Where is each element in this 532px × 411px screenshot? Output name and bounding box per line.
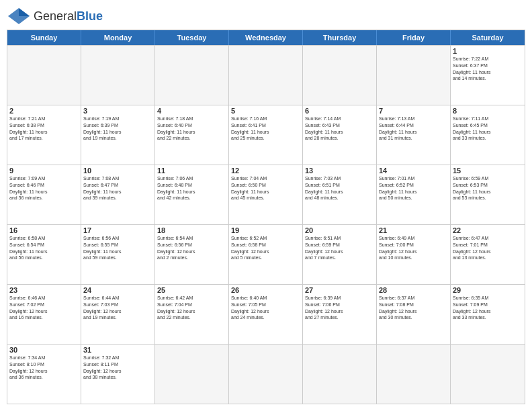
day-number: 26 <box>231 286 300 294</box>
day-number: 18 <box>157 226 226 234</box>
day-cell: 2Sunrise: 7:21 AM Sunset: 6:38 PM Daylig… <box>7 105 81 165</box>
day-cell: 23Sunrise: 6:46 AM Sunset: 7:02 PM Dayli… <box>7 285 81 344</box>
day-cell: 10Sunrise: 7:08 AM Sunset: 6:47 PM Dayli… <box>81 165 155 224</box>
day-cell: 16Sunrise: 6:58 AM Sunset: 6:54 PM Dayli… <box>7 225 81 284</box>
day-info: Sunrise: 7:11 AM Sunset: 6:45 PM Dayligh… <box>453 116 523 142</box>
day-number: 11 <box>157 167 226 175</box>
day-cell: 9Sunrise: 7:09 AM Sunset: 6:46 PM Daylig… <box>7 165 81 224</box>
day-cell: 7Sunrise: 7:13 AM Sunset: 6:44 PM Daylig… <box>377 105 451 165</box>
day-info: Sunrise: 7:14 AM Sunset: 6:43 PM Dayligh… <box>305 116 374 142</box>
day-number: 24 <box>83 286 152 294</box>
day-info: Sunrise: 7:19 AM Sunset: 6:39 PM Dayligh… <box>83 116 152 142</box>
day-header-wednesday: Wednesday <box>229 30 303 45</box>
day-cell <box>7 46 81 105</box>
day-number: 6 <box>305 107 374 115</box>
day-info: Sunrise: 6:49 AM Sunset: 7:00 PM Dayligh… <box>379 235 448 261</box>
day-info: Sunrise: 7:21 AM Sunset: 6:38 PM Dayligh… <box>9 116 79 142</box>
day-info: Sunrise: 7:06 AM Sunset: 6:48 PM Dayligh… <box>157 175 226 201</box>
day-cell: 28Sunrise: 6:37 AM Sunset: 7:08 PM Dayli… <box>377 285 451 344</box>
logo-text: GeneralBlue <box>34 9 103 24</box>
day-number: 17 <box>83 226 152 234</box>
day-header-monday: Monday <box>81 30 155 45</box>
day-cell <box>229 46 303 105</box>
day-info: Sunrise: 7:08 AM Sunset: 6:47 PM Dayligh… <box>83 175 152 201</box>
day-info: Sunrise: 6:46 AM Sunset: 7:02 PM Dayligh… <box>9 295 79 321</box>
day-cell: 22Sunrise: 6:47 AM Sunset: 7:01 PM Dayli… <box>451 225 525 284</box>
day-cell: 20Sunrise: 6:51 AM Sunset: 6:59 PM Dayli… <box>303 225 377 284</box>
day-cell: 5Sunrise: 7:16 AM Sunset: 6:41 PM Daylig… <box>229 105 303 165</box>
day-number: 22 <box>453 226 523 234</box>
logo-icon <box>7 7 31 26</box>
calendar: SundayMondayTuesdayWednesdayThursdayFrid… <box>7 30 525 404</box>
day-cell: 11Sunrise: 7:06 AM Sunset: 6:48 PM Dayli… <box>155 165 229 224</box>
day-info: Sunrise: 7:32 AM Sunset: 8:11 PM Dayligh… <box>83 355 152 381</box>
day-info: Sunrise: 6:39 AM Sunset: 7:06 PM Dayligh… <box>305 295 374 321</box>
day-number: 13 <box>305 167 374 175</box>
header: GeneralBlue <box>7 7 525 26</box>
day-number: 7 <box>379 107 448 115</box>
day-cell <box>155 46 229 105</box>
logo: GeneralBlue <box>7 7 103 26</box>
week-row-3: 16Sunrise: 6:58 AM Sunset: 6:54 PM Dayli… <box>7 224 525 284</box>
day-info: Sunrise: 6:51 AM Sunset: 6:59 PM Dayligh… <box>305 235 374 261</box>
day-number: 21 <box>379 226 448 234</box>
day-number: 16 <box>9 226 79 234</box>
day-cell <box>303 46 377 105</box>
week-row-2: 9Sunrise: 7:09 AM Sunset: 6:46 PM Daylig… <box>7 165 525 224</box>
day-cell: 31Sunrise: 7:32 AM Sunset: 8:11 PM Dayli… <box>81 345 155 404</box>
day-info: Sunrise: 7:16 AM Sunset: 6:41 PM Dayligh… <box>231 116 300 142</box>
day-info: Sunrise: 6:35 AM Sunset: 7:09 PM Dayligh… <box>453 295 523 321</box>
week-row-0: 1Sunrise: 7:22 AM Sunset: 6:37 PM Daylig… <box>7 45 525 105</box>
day-info: Sunrise: 6:42 AM Sunset: 7:04 PM Dayligh… <box>157 295 226 321</box>
day-number: 28 <box>379 286 448 294</box>
week-row-1: 2Sunrise: 7:21 AM Sunset: 6:38 PM Daylig… <box>7 105 525 165</box>
day-number: 20 <box>305 226 374 234</box>
day-number: 27 <box>305 286 374 294</box>
day-info: Sunrise: 6:37 AM Sunset: 7:08 PM Dayligh… <box>379 295 448 321</box>
day-info: Sunrise: 6:52 AM Sunset: 6:58 PM Dayligh… <box>231 235 300 261</box>
day-headers-row: SundayMondayTuesdayWednesdayThursdayFrid… <box>7 30 525 45</box>
day-cell <box>377 46 451 105</box>
day-info: Sunrise: 7:04 AM Sunset: 6:50 PM Dayligh… <box>231 175 300 201</box>
day-number: 23 <box>9 286 79 294</box>
day-number: 5 <box>231 107 300 115</box>
day-cell: 30Sunrise: 7:34 AM Sunset: 8:10 PM Dayli… <box>7 345 81 404</box>
day-header-sunday: Sunday <box>7 30 81 45</box>
day-cell: 17Sunrise: 6:56 AM Sunset: 6:55 PM Dayli… <box>81 225 155 284</box>
day-cell: 25Sunrise: 6:42 AM Sunset: 7:04 PM Dayli… <box>155 285 229 344</box>
day-cell: 8Sunrise: 7:11 AM Sunset: 6:45 PM Daylig… <box>451 105 525 165</box>
day-cell <box>229 345 303 404</box>
day-info: Sunrise: 6:40 AM Sunset: 7:05 PM Dayligh… <box>231 295 300 321</box>
day-cell <box>377 345 451 404</box>
day-number: 8 <box>453 107 523 115</box>
day-info: Sunrise: 7:22 AM Sunset: 6:37 PM Dayligh… <box>453 56 523 82</box>
week-row-4: 23Sunrise: 6:46 AM Sunset: 7:02 PM Dayli… <box>7 284 525 344</box>
day-cell <box>81 46 155 105</box>
day-header-thursday: Thursday <box>303 30 377 45</box>
day-cell: 13Sunrise: 7:03 AM Sunset: 6:51 PM Dayli… <box>303 165 377 224</box>
day-info: Sunrise: 7:01 AM Sunset: 6:52 PM Dayligh… <box>379 175 448 201</box>
day-number: 29 <box>453 286 523 294</box>
calendar-body: 1Sunrise: 7:22 AM Sunset: 6:37 PM Daylig… <box>7 45 525 404</box>
day-number: 3 <box>83 107 152 115</box>
day-number: 15 <box>453 167 523 175</box>
day-number: 30 <box>9 346 79 354</box>
day-info: Sunrise: 6:56 AM Sunset: 6:55 PM Dayligh… <box>83 235 152 261</box>
day-cell: 15Sunrise: 6:59 AM Sunset: 6:53 PM Dayli… <box>451 165 525 224</box>
day-cell: 21Sunrise: 6:49 AM Sunset: 7:00 PM Dayli… <box>377 225 451 284</box>
day-number: 19 <box>231 226 300 234</box>
day-number: 25 <box>157 286 226 294</box>
day-cell <box>451 345 525 404</box>
day-info: Sunrise: 6:58 AM Sunset: 6:54 PM Dayligh… <box>9 235 79 261</box>
day-number: 12 <box>231 167 300 175</box>
day-info: Sunrise: 6:47 AM Sunset: 7:01 PM Dayligh… <box>453 235 523 261</box>
day-number: 9 <box>9 167 79 175</box>
day-header-tuesday: Tuesday <box>155 30 229 45</box>
day-number: 4 <box>157 107 226 115</box>
day-number: 1 <box>453 47 523 55</box>
day-cell: 26Sunrise: 6:40 AM Sunset: 7:05 PM Dayli… <box>229 285 303 344</box>
week-row-5: 30Sunrise: 7:34 AM Sunset: 8:10 PM Dayli… <box>7 344 525 404</box>
day-number: 2 <box>9 107 79 115</box>
day-cell: 3Sunrise: 7:19 AM Sunset: 6:39 PM Daylig… <box>81 105 155 165</box>
day-cell: 4Sunrise: 7:18 AM Sunset: 6:40 PM Daylig… <box>155 105 229 165</box>
